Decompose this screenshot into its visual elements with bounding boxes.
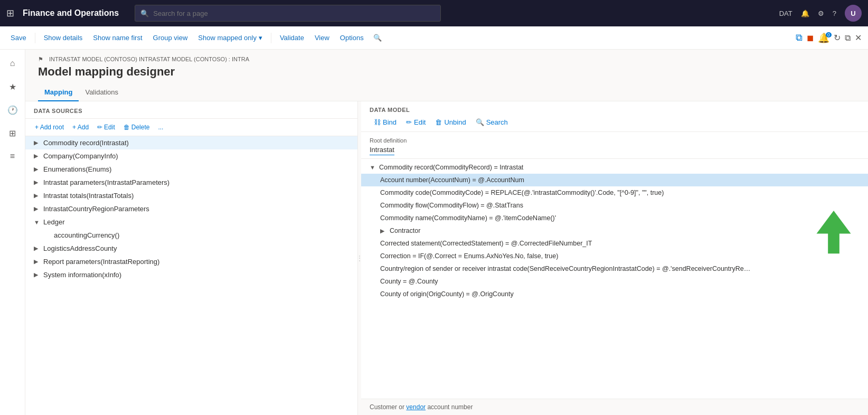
tree-toggle-icon: ▶ [34,166,40,173]
nav-home-icon[interactable]: ⌂ [3,54,22,73]
right-tree-item-commodity-flow[interactable]: Commodity flow(CommodityFlow) = @.StatTr… [361,199,868,212]
tree-toggle-icon: ▶ [34,245,40,252]
right-tree-item-contractor[interactable]: ▶ Contractor [361,224,868,237]
save-button[interactable]: Save [6,32,31,44]
edit-model-icon: ✏ [406,118,412,126]
show-mapped-only-button[interactable]: Show mapped only ▾ [194,32,267,44]
right-tree-item-label: Contractor [390,227,420,234]
page-toolbar: Save Show details Show name first Group … [0,26,868,50]
edit-model-button[interactable]: ✏ Edit [402,116,430,128]
tree-item-label: IntrastatCountryRegionParameters [43,205,349,213]
right-tree-item-county-of-origin[interactable]: County of origin(OrigCounty) = @.OrigCou… [361,288,868,300]
right-tree-item-label: County of origin(OrigCounty) = @.OrigCou… [380,290,514,298]
toolbar-separator-2 [271,33,271,43]
toolbar-separator [35,33,35,43]
tree-item-label: Company(CompanyInfo) [43,152,349,160]
vendor-link[interactable]: vendor [406,403,426,411]
data-model-tree: ▼ Commodity record(CommodityRecord) = In… [361,159,868,399]
customize-icon[interactable]: ⧉ [796,32,803,43]
add-button[interactable]: + Add [69,122,92,133]
right-tree-item-account-number[interactable]: Account number(AccountNum) = @.AccountNu… [361,174,868,186]
edit-button[interactable]: ✏ Edit [94,122,118,133]
right-tree-item-label: Corrected statement(CorrectedStatement) … [380,240,592,247]
app-title: Finance and Operations [23,8,119,18]
tree-item-company[interactable]: ▶ Company(CompanyInfo) [25,149,357,163]
show-name-first-button[interactable]: Show name first [89,32,146,44]
data-sources-tree: ▶ Commodity record(Intrastat) ▶ Company(… [25,136,357,415]
delete-icon: 🗑 [124,124,130,131]
tree-item-intrastat-totals[interactable]: ▶ Intrastat totals(IntrastatTotals) [25,189,357,202]
right-tree-item-corrected-statement[interactable]: Corrected statement(CorrectedStatement) … [361,237,868,250]
close-icon[interactable]: ✕ [855,33,862,43]
delete-button[interactable]: 🗑 Delete [120,122,153,133]
top-nav-right: DAT 🔔 ⚙ ? U [779,5,862,22]
tree-item-intrastatcountry[interactable]: ▶ IntrastatCountryRegionParameters [25,202,357,215]
tree-item-accounting-currency[interactable]: accountingCurrency() [25,229,357,242]
search-model-button[interactable]: 🔍 Search [471,116,512,128]
group-view-button[interactable]: Group view [149,32,192,44]
tree-toggle-icon: ▼ [370,164,376,171]
tree-item-intrastat-params[interactable]: ▶ Intrastat parameters(IntrastatParamete… [25,176,357,189]
toolbar-right-icons: ⧉ ◼ 🔔0 ↻ ⧉ ✕ [796,32,862,44]
tree-item-enumerations[interactable]: ▶ Enumerations(Enums) [25,163,357,176]
search-icon: 🔍 [140,10,149,17]
options-button[interactable]: Options [336,32,368,44]
more-button[interactable]: ... [155,122,166,133]
avatar[interactable]: U [845,5,862,22]
right-tree-item-label: Commodity code(CommodityCode) = REPLACE(… [380,189,664,196]
tree-toggle-icon: ▶ [34,192,40,199]
tree-item-ledger[interactable]: ▼ Ledger [25,215,357,229]
right-tree-item-commodity-parent[interactable]: ▼ Commodity record(CommodityRecord) = In… [361,161,868,174]
right-tree-item-commodity-code[interactable]: Commodity code(CommodityCode) = REPLACE(… [361,186,868,199]
data-sources-header: DATA SOURCES [25,101,357,119]
help-icon[interactable]: ? [833,10,836,17]
tree-item-system-info[interactable]: ▶ System information(xInfo) [25,268,357,281]
data-model-panel: DATA MODEL ⛓ Bind ✏ Edit 🗑 Unbind [361,101,868,415]
root-definition: Root definition Intrastat [361,132,868,159]
tree-toggle-icon: ▼ [34,219,40,225]
tab-validations[interactable]: Validations [79,84,125,101]
settings-icon[interactable]: ⚙ [818,10,824,17]
right-tree-item-commodity-name[interactable]: Commodity name(CommodityName) = @.'itemC… [361,212,868,224]
refresh-icon[interactable]: ↻ [834,33,841,43]
root-def-label: Root definition [370,137,860,144]
tree-item-label: System information(xInfo) [43,271,349,279]
right-tree-item-label: Commodity name(CommodityName) = @.'itemC… [380,214,556,222]
data-model-toolbar: ⛓ Bind ✏ Edit 🗑 Unbind 🔍 Search [361,116,868,132]
open-icon[interactable]: ⧉ [845,33,851,43]
page-content: ⚑ INTRASTAT MODEL (CONTOSO) INTRASTAT MO… [25,50,868,415]
badge-icon[interactable]: 🔔0 [818,32,829,44]
tab-mapping[interactable]: Mapping [38,84,79,101]
tree-item-label: Ledger [43,218,349,226]
search-toolbar-icon[interactable]: 🔍 [373,34,382,42]
add-root-button[interactable]: + Add root [32,122,67,133]
tree-item-logistics[interactable]: ▶ LogisticsAddressCounty [25,242,357,255]
apps-icon[interactable]: ⊞ [6,7,14,19]
search-input[interactable] [153,10,435,17]
nav-recent-icon[interactable]: 🕐 [3,100,22,119]
filter-icon[interactable]: ⚑ [38,56,43,62]
tree-item-commodity-record[interactable]: ▶ Commodity record(Intrastat) [25,136,357,149]
office-icon[interactable]: ◼ [807,33,814,43]
right-tree-item-correction[interactable]: Correction = IF(@.Correct = Enums.AxNoYe… [361,250,868,262]
right-tree-item-county[interactable]: County = @.County [361,275,868,288]
bind-button[interactable]: ⛓ Bind [370,116,401,128]
show-details-button[interactable]: Show details [40,32,87,44]
global-search-bar[interactable]: 🔍 [135,5,441,22]
right-tree-item-country-region[interactable]: Country/region of sender or receiver int… [361,262,868,275]
side-navigation: ⌂ ★ 🕐 ⊞ ≡ [0,50,25,415]
tree-item-report-params[interactable]: ▶ Report parameters(IntrastatReporting) [25,255,357,268]
nav-modules-icon[interactable]: ≡ [3,147,22,166]
notifications-icon[interactable]: 🔔 [801,10,809,17]
data-model-header: DATA MODEL [361,101,868,116]
chevron-down-icon: ▾ [259,34,262,42]
nav-workspaces-icon[interactable]: ⊞ [3,124,22,143]
edit-icon: ✏ [97,124,102,131]
data-sources-toolbar: + Add root + Add ✏ Edit 🗑 Delete ... [25,119,357,136]
unbind-icon: 🗑 [435,118,442,126]
view-button[interactable]: View [310,32,334,44]
validate-button[interactable]: Validate [276,32,308,44]
nav-favorites-icon[interactable]: ★ [3,77,22,96]
unbind-button[interactable]: 🗑 Unbind [431,116,470,128]
split-panels: DATA SOURCES + Add root + Add ✏ Edit 🗑 D… [25,101,868,415]
